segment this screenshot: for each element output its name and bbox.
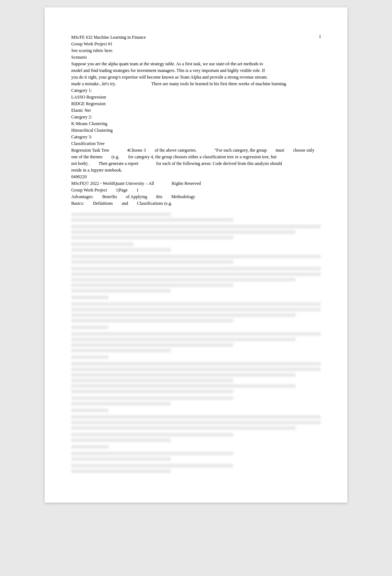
line-regression-task-4: reside in a Jupyter notebook. [71, 167, 321, 173]
line-regression-task-3: not both) .Then generate a reportfor eac… [71, 160, 321, 167]
line-rubric: See scoring rubric here. [71, 47, 321, 54]
line-elastic: Elastic Net [71, 107, 321, 114]
line-scenario-p1: Suppose you are the alpha quant team at … [71, 61, 321, 67]
line-project: Group Work Project #1 [71, 41, 321, 47]
line-classification-tree: Classification Tree [71, 140, 321, 147]
line-scenario-p3: you do it right, your group's expertise … [71, 74, 321, 80]
line-basics: Basics:DefinitionsandClassifications (e.… [71, 200, 321, 207]
line-title: MScFE 632 Machine Learning in Finance [71, 34, 321, 41]
line-advantages: Advantages:Benefitsof ApplyingthisMethod… [71, 193, 321, 200]
line-regression-task-2: one of the themes(e.g.for category 4, th… [71, 154, 321, 160]
line-regression-task: Regression Task Tree4Choose 3of the abov… [71, 147, 321, 154]
line-scenario-heading: Scenario [71, 54, 321, 61]
line-copyright: MScFE|© 2022 - WorldQuant University – A… [71, 180, 321, 187]
line-page-ref: Group Work Project1|Page1 [71, 187, 321, 193]
line-lasso: LASSO Regression [71, 94, 321, 100]
line-hierarchical: Hierarchical Clustering [71, 127, 321, 134]
document-page: I MScFE 632 Machine Learning in Finance … [45, 7, 347, 503]
line-cat2-heading: Category 2: [71, 114, 321, 120]
document-content: MScFE 632 Machine Learning in Finance Gr… [71, 34, 321, 207]
line-id: 0490220 [71, 173, 321, 180]
redacted-content [71, 213, 321, 473]
line-cat1-heading: Category 1: [71, 87, 321, 94]
line-cat3-heading: Category 3: [71, 134, 321, 140]
line-kmeans: K-Means Clustering [71, 120, 321, 127]
line-scenario-p2: model and find trading strategies for in… [71, 67, 321, 74]
line-ridge: RIDGE Regression [71, 100, 321, 107]
page-number: I [319, 34, 321, 39]
line-scenario-p4: made a mistake...let's try.There are man… [71, 80, 321, 87]
